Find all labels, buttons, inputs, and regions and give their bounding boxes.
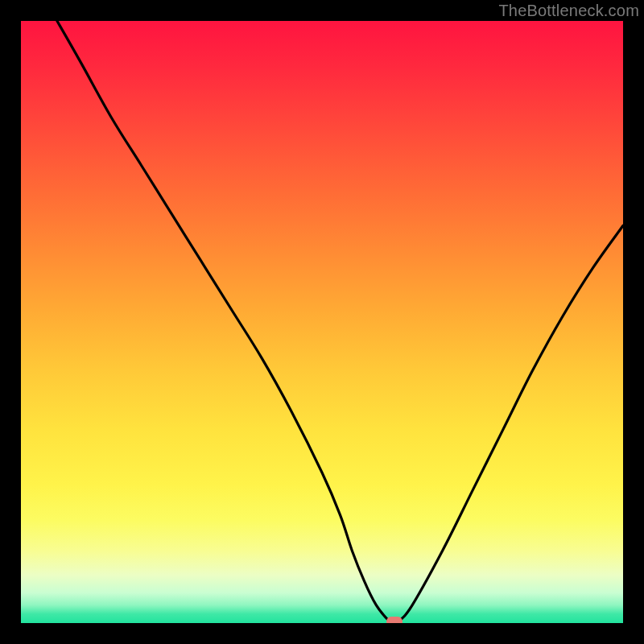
plot-area (21, 21, 623, 623)
watermark-text: TheBottleneck.com (498, 2, 639, 20)
bottleneck-curve (21, 21, 623, 623)
chart-frame: TheBottleneck.com (0, 0, 644, 644)
optimum-marker (386, 617, 402, 623)
